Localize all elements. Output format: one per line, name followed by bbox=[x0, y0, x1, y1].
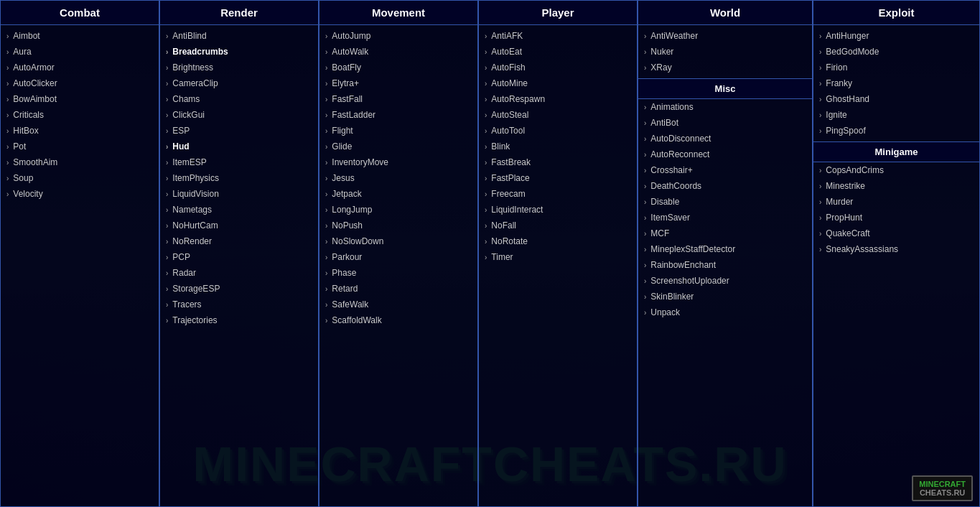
list-item[interactable]: ›Radar bbox=[160, 265, 318, 281]
chevron-icon: › bbox=[644, 181, 646, 192]
list-item-breadcrumbs[interactable]: ›Breadcrumbs bbox=[160, 44, 318, 60]
list-item[interactable]: ›AutoDisconnect bbox=[638, 131, 812, 146]
list-item[interactable]: ›DeathCoords bbox=[638, 178, 812, 194]
list-item[interactable]: ›CopsAndCrims bbox=[813, 162, 979, 178]
list-item[interactable]: ›PingSpoof bbox=[813, 123, 979, 139]
movement-header: Movement bbox=[319, 1, 477, 25]
list-item[interactable]: ›Retard bbox=[319, 281, 477, 297]
list-item[interactable]: ›NoRotate bbox=[479, 233, 637, 249]
list-item[interactable]: ›Disable bbox=[638, 194, 812, 210]
list-item[interactable]: ›NoRender bbox=[160, 233, 318, 249]
list-item[interactable]: ›StorageESP bbox=[160, 281, 318, 297]
list-item[interactable]: ›AutoSteal bbox=[479, 107, 637, 123]
list-item[interactable]: ›ItemSaver bbox=[638, 210, 812, 225]
list-item[interactable]: ›Nuker bbox=[638, 44, 812, 60]
list-item[interactable]: ›Freecam bbox=[479, 186, 637, 202]
list-item[interactable]: ›Murder bbox=[813, 194, 979, 210]
list-item[interactable]: ›Trajectories bbox=[160, 312, 318, 328]
list-item[interactable]: ›AntiBlind bbox=[160, 28, 318, 44]
list-item[interactable]: ›Blink bbox=[479, 139, 637, 154]
list-item[interactable]: ›Animations bbox=[638, 99, 812, 115]
list-item[interactable]: ›FastFall bbox=[319, 91, 477, 107]
list-item-brightness[interactable]: ›Brightness bbox=[160, 60, 318, 75]
list-item[interactable]: ›AutoMine bbox=[479, 75, 637, 91]
list-item[interactable]: ›Pot bbox=[1, 139, 159, 154]
list-item[interactable]: ›ClickGui bbox=[160, 107, 318, 123]
list-item[interactable]: ›BowAimbot bbox=[1, 91, 159, 107]
list-item[interactable]: ›PropHunt bbox=[813, 210, 979, 225]
main-columns: Combat ›Aimbot ›Aura ›AutoArmor ›AutoCli… bbox=[0, 0, 980, 507]
list-item[interactable]: ›Chams bbox=[160, 91, 318, 107]
list-item[interactable]: ›Velocity bbox=[1, 186, 159, 202]
list-item[interactable]: ›BedGodMode bbox=[813, 44, 979, 60]
world-items: ›AntiWeather ›Nuker ›XRay Misc ›Animatio… bbox=[638, 25, 812, 506]
list-item[interactable]: ›MCF bbox=[638, 225, 812, 241]
list-item[interactable]: ›NoHurtCam bbox=[160, 218, 318, 233]
list-item[interactable]: ›FastPlace bbox=[479, 170, 637, 186]
list-item[interactable]: ›AutoWalk bbox=[319, 44, 477, 60]
list-item[interactable]: ›RainbowEnchant bbox=[638, 257, 812, 273]
list-item[interactable]: ›ESP bbox=[160, 123, 318, 139]
list-item[interactable]: ›AutoFish bbox=[479, 60, 637, 75]
list-item[interactable]: ›Glide bbox=[319, 139, 477, 154]
list-item[interactable]: ›ScaffoldWalk bbox=[319, 312, 477, 328]
list-item[interactable]: ›Parkour bbox=[319, 249, 477, 265]
list-item[interactable]: ›PCP bbox=[160, 249, 318, 265]
list-item[interactable]: ›Aura bbox=[1, 44, 159, 60]
list-item[interactable]: ›Soup bbox=[1, 170, 159, 186]
list-item[interactable]: ›SkinBlinker bbox=[638, 289, 812, 304]
list-item[interactable]: ›Nametags bbox=[160, 202, 318, 218]
list-item[interactable]: ›AutoJump bbox=[319, 28, 477, 44]
list-item[interactable]: ›ScreenshotUploader bbox=[638, 273, 812, 289]
list-item[interactable]: ›AutoReconnect bbox=[638, 146, 812, 162]
list-item[interactable]: ›GhostHand bbox=[813, 91, 979, 107]
list-item[interactable]: ›XRay bbox=[638, 60, 812, 75]
list-item[interactable]: ›BoatFly bbox=[319, 60, 477, 75]
list-item[interactable]: ›AntiBot bbox=[638, 115, 812, 131]
list-item[interactable]: ›Elytra+ bbox=[319, 75, 477, 91]
list-item[interactable]: ›Tracers bbox=[160, 297, 318, 312]
list-item[interactable]: ›QuakeCraft bbox=[813, 225, 979, 241]
list-item[interactable]: ›LiquidVision bbox=[160, 186, 318, 202]
list-item[interactable]: ›Minestrike bbox=[813, 178, 979, 194]
list-item-flight[interactable]: ›Flight bbox=[319, 123, 477, 139]
list-item[interactable]: ›Unpack bbox=[638, 304, 812, 320]
list-item[interactable]: ›MineplexStaffDetector bbox=[638, 241, 812, 257]
list-item[interactable]: ›NoPush bbox=[319, 218, 477, 233]
list-item[interactable]: ›FastLadder bbox=[319, 107, 477, 123]
list-item[interactable]: ›AutoRespawn bbox=[479, 91, 637, 107]
list-item[interactable]: ›Jesus bbox=[319, 170, 477, 186]
list-item[interactable]: ›Ignite bbox=[813, 107, 979, 123]
list-item[interactable]: ›Criticals bbox=[1, 107, 159, 123]
list-item[interactable]: ›NoSlowDown bbox=[319, 233, 477, 249]
list-item[interactable]: ›AutoClicker bbox=[1, 75, 159, 91]
list-item[interactable]: ›ItemESP bbox=[160, 154, 318, 170]
list-item[interactable]: ›Jetpack bbox=[319, 186, 477, 202]
list-item[interactable]: ›FastBreak bbox=[479, 154, 637, 170]
list-item[interactable]: ›AntiAFK bbox=[479, 28, 637, 44]
list-item[interactable]: ›AutoTool bbox=[479, 123, 637, 139]
list-item[interactable]: ›SafeWalk bbox=[319, 297, 477, 312]
list-item[interactable]: ›Crosshair+ bbox=[638, 162, 812, 178]
list-item[interactable]: ›AntiHunger bbox=[813, 28, 979, 44]
list-item[interactable]: ›LiquidInteract bbox=[479, 202, 637, 218]
chevron-icon: › bbox=[644, 260, 646, 271]
list-item[interactable]: ›InventoryMove bbox=[319, 154, 477, 170]
list-item[interactable]: ›ItemPhysics bbox=[160, 170, 318, 186]
list-item[interactable]: ›SmoothAim bbox=[1, 154, 159, 170]
list-item[interactable]: ›Franky bbox=[813, 75, 979, 91]
chevron-icon: › bbox=[485, 94, 487, 105]
list-item[interactable]: ›Aimbot bbox=[1, 28, 159, 44]
list-item[interactable]: ›HitBox bbox=[1, 123, 159, 139]
list-item[interactable]: ›AntiWeather bbox=[638, 28, 812, 44]
list-item[interactable]: ›Firion bbox=[813, 60, 979, 75]
list-item[interactable]: ›SneakyAssassians bbox=[813, 241, 979, 257]
list-item[interactable]: ›CameraClip bbox=[160, 75, 318, 91]
list-item[interactable]: ›AutoEat bbox=[479, 44, 637, 60]
list-item[interactable]: ›AutoArmor bbox=[1, 60, 159, 75]
list-item[interactable]: ›Timer bbox=[479, 249, 637, 265]
list-item[interactable]: ›NoFall bbox=[479, 218, 637, 233]
list-item-phase[interactable]: ›Phase bbox=[319, 265, 477, 281]
list-item[interactable]: ›LongJump bbox=[319, 202, 477, 218]
list-item-hud[interactable]: ›Hud bbox=[160, 139, 318, 154]
